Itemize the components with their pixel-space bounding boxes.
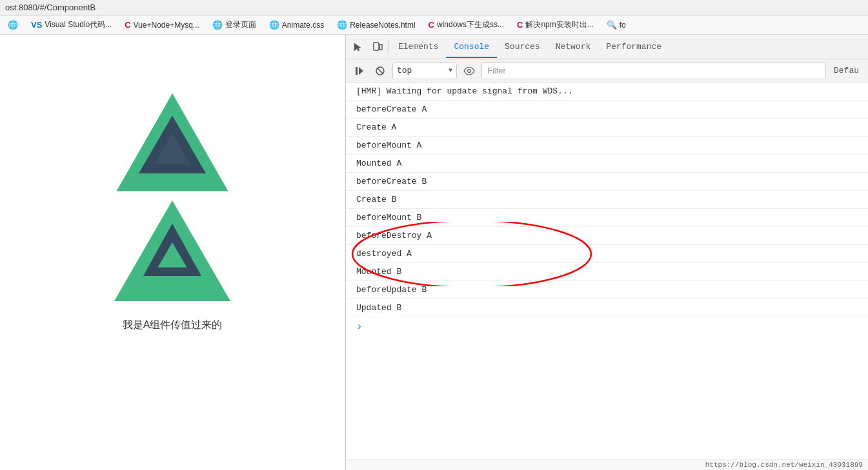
tab-performance[interactable]: Performance [598, 37, 669, 58]
bookmark-item-globe[interactable]: 🌐 [4, 19, 22, 31]
play-pause-btn[interactable] [351, 63, 368, 79]
tab-console[interactable]: Console [446, 37, 497, 58]
bookmark-animate[interactable]: 🌐 Animate.css [265, 19, 328, 31]
footer-hint: https://blog.csdn.net/weixin_43931899 [705, 461, 863, 469]
default-label: Defau [830, 66, 863, 75]
filter-input[interactable] [481, 63, 826, 79]
tab-sources[interactable]: Sources [497, 37, 548, 58]
browser-title: ost:8080/#/ComponentB [5, 3, 96, 12]
bookmark-win-label: windows下生成ss... [437, 19, 504, 30]
console-line-beforedestroy-a: beforeDestroy A [346, 227, 868, 245]
console-line-beforecreate-a: beforeCreate A [346, 101, 868, 119]
svg-marker-6 [354, 43, 361, 51]
vue-app-subtitle: 我是A组件传值过来的 [123, 318, 223, 332]
devtools-tabs: Elements Console Sources Network Perform… [346, 35, 868, 59]
bookmark-vue[interactable]: C Vue+Node+Mysq... [121, 19, 203, 31]
context-value: top [397, 66, 449, 75]
svg-rect-9 [356, 67, 358, 75]
prompt-caret: › [356, 321, 363, 333]
svg-marker-10 [359, 67, 363, 75]
bookmark-release[interactable]: 🌐 ReleaseNotes.html [333, 19, 419, 31]
console-line-destroyed-a: destroyed A [346, 245, 868, 263]
globe-icon: 🌐 [8, 20, 18, 30]
console-line-beforemount-a: beforeMount A [346, 137, 868, 155]
annotated-group: beforeDestroy A destroyed A Mounted B [346, 227, 868, 281]
console-line-updated-b: Updated B [346, 299, 868, 317]
eye-icon [463, 67, 475, 75]
tab-separator [389, 41, 389, 54]
animate-icon: 🌐 [269, 20, 279, 30]
vue-logo [114, 86, 230, 196]
play-icon [355, 66, 364, 75]
release-icon: 🌐 [337, 20, 347, 30]
console-footer: https://blog.csdn.net/weixin_43931899 [346, 459, 868, 470]
svg-point-13 [468, 69, 471, 72]
main-area: 我是A组件传值过来的 Elements Cons [0, 35, 868, 470]
svg-rect-8 [379, 44, 382, 50]
console-output: [HMR] Waiting for update signal from WDS… [346, 83, 868, 459]
devtools-toolbar: top ▼ Defau [346, 59, 868, 83]
bookmark-release-label: ReleaseNotes.html [350, 21, 415, 30]
device-icon-btn[interactable] [368, 37, 387, 57]
npm-icon: C [517, 20, 523, 30]
title-bar: ost:8080/#/ComponentB [0, 0, 868, 15]
console-line-hmr: [HMR] Waiting for update signal from WDS… [346, 83, 868, 101]
vue-bm-icon: C [125, 20, 130, 30]
bookmark-more-label: fo [620, 21, 626, 30]
bookmark-win[interactable]: C windows下生成ss... [425, 18, 508, 32]
inspector-icon-btn[interactable] [348, 37, 368, 57]
dropdown-icon: ▼ [449, 67, 452, 74]
bookmark-login[interactable]: 🌐 登录页面 [208, 18, 260, 32]
bookmark-login-label: 登录页面 [225, 19, 256, 30]
context-selector[interactable]: top ▼ [392, 63, 457, 79]
eye-icon-btn[interactable] [461, 63, 478, 79]
win-icon: C [429, 20, 434, 30]
clear-console-btn[interactable] [372, 63, 389, 79]
console-line-create-b: Create B [346, 191, 868, 209]
svg-rect-7 [374, 43, 379, 50]
console-line-beforecreate-b: beforeCreate B [346, 173, 868, 191]
bookmark-npm[interactable]: C 解决npm安装时出... [513, 18, 598, 32]
console-line-mounted-b: Mounted B [346, 263, 868, 281]
console-line-mounted-a: Mounted A [346, 155, 868, 173]
bookmark-animate-label: Animate.css [282, 21, 324, 30]
bookmark-vs-label: Visual Studio代码... [45, 19, 112, 30]
vue-logo-svg [114, 196, 230, 306]
tab-elements[interactable]: Elements [390, 37, 446, 58]
console-prompt[interactable]: › [346, 317, 868, 337]
vs-icon: VS [31, 20, 42, 30]
console-line-create-a: Create A [346, 119, 868, 137]
tab-network[interactable]: Network [548, 37, 599, 58]
clear-icon [376, 66, 385, 75]
search-icon: 🔍 [607, 20, 617, 30]
bookmark-npm-label: 解决npm安装时出... [525, 19, 593, 30]
console-line-beforemount-b: beforeMount B [346, 209, 868, 227]
svg-line-12 [378, 68, 383, 73]
console-line-beforeupdate-b: beforeUpdate B [346, 281, 868, 299]
bookmarks-bar: 🌐 VS Visual Studio代码... C Vue+Node+Mysq.… [0, 15, 868, 35]
bookmark-vs[interactable]: VS Visual Studio代码... [27, 18, 116, 32]
device-icon [372, 42, 383, 52]
vue-app: 我是A组件传值过来的 [0, 35, 345, 470]
bookmark-more[interactable]: 🔍 fo [603, 19, 630, 31]
bookmark-vue-label: Vue+Node+Mysq... [134, 21, 199, 30]
login-icon: 🌐 [212, 20, 223, 30]
cursor-icon [353, 42, 363, 52]
devtools-panel: Elements Console Sources Network Perform… [345, 35, 868, 470]
